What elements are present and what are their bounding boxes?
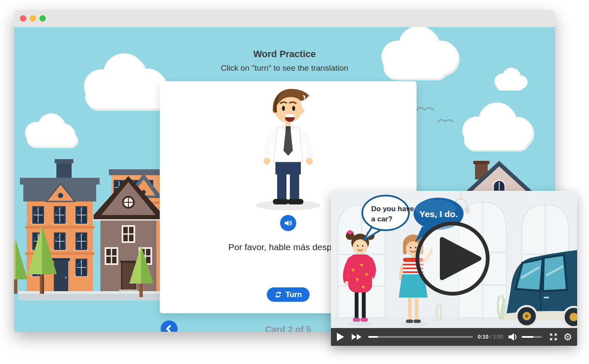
- svg-text:♥: ♥: [356, 276, 359, 283]
- play-icon: [336, 332, 345, 342]
- bubble-answer-text: Yes, I do.: [419, 209, 458, 219]
- time-current: 0:10: [478, 334, 489, 340]
- video-controls-bar: 0:10 / 2:00 ⚙: [331, 328, 577, 346]
- fast-forward-icon: [351, 334, 362, 340]
- refresh-icon: [275, 291, 282, 298]
- page: Word Practice Click on "turn" to see the…: [0, 0, 589, 364]
- seek-bar[interactable]: [368, 336, 473, 338]
- volume-slider[interactable]: [522, 336, 542, 338]
- play-button[interactable]: [336, 332, 345, 342]
- audio-button[interactable]: [280, 215, 296, 231]
- video-frame: ♥♥♥♥♥: [331, 191, 577, 328]
- volume-button[interactable]: [508, 333, 518, 341]
- time-display: 0:10 / 2:00: [478, 334, 503, 340]
- time-separator: /: [489, 334, 493, 340]
- minimize-button[interactable]: [30, 15, 36, 22]
- video-play-overlay[interactable]: [417, 223, 488, 294]
- seek-bar-played: [368, 336, 378, 338]
- svg-text:♥: ♥: [360, 262, 363, 268]
- turn-button-label: Turn: [286, 290, 302, 299]
- window-titlebar: [14, 10, 555, 27]
- chevron-left-icon: [163, 323, 175, 332]
- video-player: ♥♥♥♥♥: [331, 191, 577, 346]
- svg-text:♥: ♥: [351, 267, 355, 273]
- cartoon-man-illustration: [242, 86, 335, 212]
- close-button[interactable]: [20, 15, 26, 22]
- fullscreen-button[interactable]: [549, 332, 558, 342]
- svg-text:♥: ♥: [365, 271, 368, 278]
- traffic-lights: [20, 15, 46, 22]
- fullscreen-icon: [549, 332, 558, 342]
- page-title: Word Practice: [14, 49, 555, 60]
- volume-slider-fill: [522, 336, 533, 338]
- settings-gear-icon[interactable]: ⚙: [563, 332, 572, 342]
- fast-forward-button[interactable]: [351, 334, 362, 340]
- turn-button[interactable]: Turn: [267, 287, 310, 302]
- zoom-button[interactable]: [39, 15, 46, 22]
- bubble-question-line1: Do you have: [371, 205, 414, 213]
- bubble-question-line2: a car?: [371, 215, 392, 223]
- volume-icon: [508, 333, 518, 341]
- speaker-icon: [284, 219, 292, 227]
- svg-text:♥: ♥: [361, 284, 365, 290]
- time-total: 2:00: [493, 334, 503, 340]
- page-subtitle: Click on "turn" to see the translation: [14, 63, 555, 73]
